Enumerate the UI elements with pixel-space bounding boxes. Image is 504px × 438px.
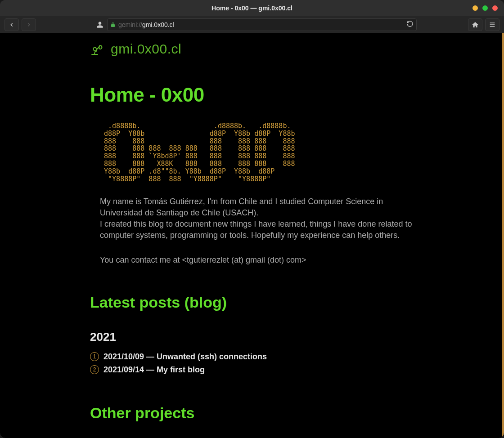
site-logo-icon [90,42,104,56]
lock-icon [110,22,116,28]
link-number-badge: 1 [90,352,99,361]
home-icon [472,21,479,28]
link-number-badge: 2 [90,365,99,374]
link-label: 2021/10/09 — Unwanted (ssh) connections [104,352,267,362]
address-bar[interactable]: gemini://gmi.0x00.cl [107,18,417,31]
identity-button[interactable] [93,18,107,31]
toolbar: gemini://gmi.0x00.cl [0,16,504,33]
url-text: gemini://gmi.0x00.cl [118,21,174,28]
blog-heading: Latest posts (blog) [90,294,500,311]
minimize-button[interactable] [472,5,478,11]
site-name[interactable]: gmi.0x00.cl [111,41,181,57]
app-window: Home - 0x00 — gmi.0x00.cl gemini://gmi.0… [0,0,504,438]
window-controls [472,5,498,11]
home-button[interactable] [468,18,482,31]
menu-button[interactable] [485,18,500,31]
hamburger-icon [489,21,496,28]
projects-heading: Other projects [90,404,500,422]
intro-paragraph-1: My name is Tomás Gutiérrez, I'm from Chi… [100,196,415,241]
scrollbar[interactable] [502,33,504,438]
blog-post-list: 1 2021/10/09 — Unwanted (ssh) connection… [90,350,500,376]
maximize-button[interactable] [482,5,488,11]
site-header: gmi.0x00.cl [90,41,500,57]
titlebar: Home - 0x00 — gmi.0x00.cl [0,0,504,16]
close-button[interactable] [492,5,498,11]
forward-button[interactable] [22,18,36,31]
page-content: gmi.0x00.cl Home - 0x00 .d8888b. .d8888b… [90,33,500,438]
content-viewport[interactable]: gmi.0x00.cl Home - 0x00 .d8888b. .d8888b… [0,33,504,438]
url-scheme: gemini:// [118,21,142,28]
window-title: Home - 0x00 — gmi.0x00.cl [0,4,504,12]
blog-post-link[interactable]: 2 2021/09/14 — My first blog [90,363,500,376]
page-title: Home - 0x00 [90,84,500,106]
person-icon [96,21,104,28]
blog-year: 2021 [90,330,500,344]
link-label: 2021/09/14 — My first blog [104,365,205,375]
ascii-art: .d8888b. .d8888b. .d8888b. d88P Y88b d88… [100,122,500,183]
reload-button[interactable] [406,20,414,29]
url-host: gmi.0x00.cl [142,21,174,28]
contact-paragraph: You can contact me at <tgutierrezlet (at… [100,255,415,266]
blog-post-link[interactable]: 1 2021/10/09 — Unwanted (ssh) connection… [90,350,500,363]
back-button[interactable] [4,18,19,31]
